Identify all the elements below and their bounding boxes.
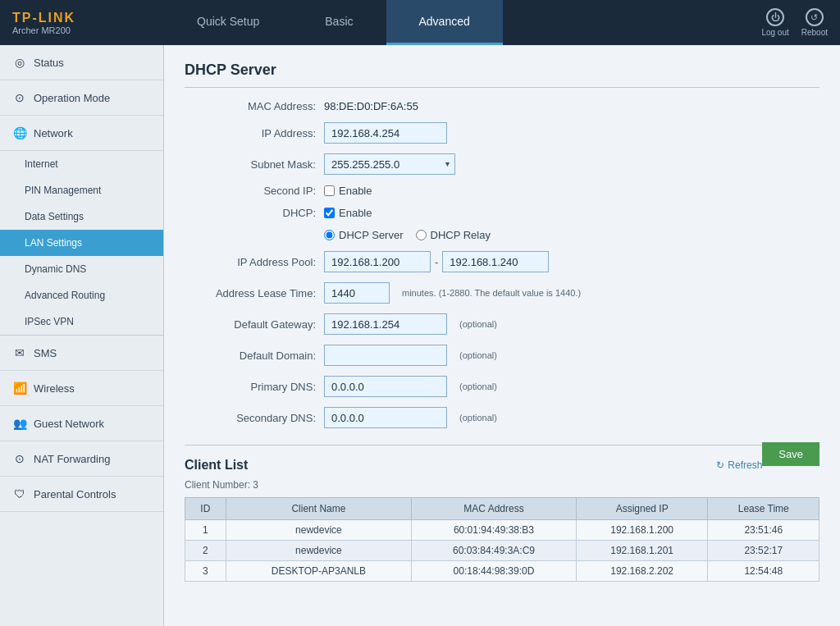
tab-advanced[interactable]: Advanced (386, 0, 503, 45)
sidebar: ◎ Status ⊙ Operation Mode 🌐 Network Inte… (0, 45, 164, 626)
secondary-dns-hint: (optional) (459, 413, 497, 423)
client-list-table: ID Client Name MAC Address Assigned IP L… (185, 497, 819, 582)
dhcp-mode-row: DHCP Server DHCP Relay (185, 229, 819, 241)
default-gateway-input[interactable] (324, 313, 447, 335)
client-count: Client Number: 3 (185, 479, 819, 491)
dhcp-row: DHCP: Enable (185, 207, 819, 219)
sms-icon: ✉ (12, 345, 27, 360)
default-domain-label: Default Domain: (185, 350, 316, 362)
table-row: 1newdevice60:01:94:49:38:B3192.168.1.200… (185, 520, 819, 541)
primary-dns-label: Primary DNS: (185, 381, 316, 393)
nat-forwarding-icon: ⊙ (12, 451, 27, 466)
subnet-mask-wrapper: 255.255.255.0 255.255.0.0 255.0.0.0 (324, 153, 455, 175)
dhcp-server-radio-text: DHCP Server (339, 229, 404, 241)
sidebar-item-status[interactable]: ◎ Status (0, 45, 163, 80)
logout-button[interactable]: ⏻ Log out (761, 8, 788, 37)
default-domain-hint: (optional) (459, 350, 497, 360)
tab-quick-setup[interactable]: Quick Setup (164, 0, 292, 45)
sidebar-item-nat-forwarding-label: NAT Forwarding (34, 453, 110, 465)
default-gateway-row: Default Gateway: (optional) (185, 313, 819, 335)
dhcp-checkbox[interactable] (324, 208, 335, 218)
reboot-icon: ↺ (806, 8, 824, 26)
dhcp-server-radio-label: DHCP Server (324, 229, 404, 241)
mac-address-label: MAC Address: (185, 100, 316, 112)
mac-address-value: 98:DE:D0:DF:6A:55 (324, 100, 418, 112)
refresh-button[interactable]: ↻ Refresh (716, 459, 762, 471)
table-cell-mac: 60:03:84:49:3A:C9 (412, 541, 577, 561)
sidebar-item-pin-management[interactable]: PIN Management (0, 177, 163, 203)
ip-pool-end-input[interactable] (442, 251, 549, 272)
header: TP-LINK Archer MR200 Quick Setup Basic A… (0, 0, 840, 45)
sidebar-item-lan-settings-label: LAN Settings (25, 237, 82, 249)
dhcp-relay-radio[interactable] (416, 230, 427, 240)
parental-controls-icon: 🛡 (12, 487, 27, 501)
sidebar-item-parental-controls[interactable]: 🛡 Parental Controls (0, 477, 163, 512)
sidebar-item-data-settings[interactable]: Data Settings (0, 203, 163, 230)
default-domain-row: Default Domain: (optional) (185, 345, 819, 366)
sidebar-item-network[interactable]: 🌐 Network (0, 116, 163, 151)
ip-address-label: IP Address: (185, 127, 316, 139)
ip-pool-label: IP Address Pool: (185, 256, 316, 268)
table-cell-id: 3 (185, 561, 226, 582)
table-cell-name: newdevice (226, 541, 411, 561)
logout-label: Log out (761, 28, 788, 37)
lease-time-hint: minutes. (1-2880. The default value is 1… (402, 288, 581, 298)
subnet-mask-select[interactable]: 255.255.255.0 255.255.0.0 255.0.0.0 (324, 153, 455, 175)
col-id: ID (185, 498, 226, 520)
col-mac-address: MAC Address (412, 498, 577, 520)
default-gateway-hint: (optional) (459, 319, 497, 329)
sidebar-item-wireless-label: Wireless (34, 382, 75, 395)
save-button[interactable]: Save (762, 442, 819, 466)
sidebar-item-dynamic-dns[interactable]: Dynamic DNS (0, 256, 163, 282)
ip-pool-row: IP Address Pool: - (185, 251, 819, 272)
ip-address-input[interactable] (324, 122, 447, 144)
operation-mode-icon: ⊙ (12, 90, 27, 105)
second-ip-label: Second IP: (185, 185, 316, 197)
sidebar-item-internet[interactable]: Internet (0, 151, 163, 177)
sidebar-item-internet-label: Internet (25, 158, 58, 170)
col-client-name: Client Name (226, 498, 411, 520)
brand-section: TP-LINK Archer MR200 (0, 0, 164, 45)
ip-pool-inputs: - (324, 251, 549, 272)
sidebar-item-data-settings-label: Data Settings (25, 211, 84, 222)
table-cell-lease: 23:51:46 (708, 520, 819, 541)
refresh-icon: ↻ (716, 459, 724, 471)
client-list-body: 1newdevice60:01:94:49:38:B3192.168.1.200… (185, 520, 819, 582)
secondary-dns-input[interactable] (324, 407, 447, 428)
sidebar-item-advanced-routing[interactable]: Advanced Routing (0, 282, 163, 308)
sidebar-item-lan-settings[interactable]: LAN Settings (0, 230, 163, 256)
reboot-button[interactable]: ↺ Reboot (801, 8, 828, 37)
sidebar-item-sms-label: SMS (34, 347, 57, 359)
table-cell-mac: 60:01:94:49:38:B3 (412, 520, 577, 541)
tab-basic[interactable]: Basic (292, 0, 386, 45)
table-cell-lease: 23:52:17 (708, 541, 819, 561)
ip-pool-start-input[interactable] (324, 251, 431, 272)
table-cell-ip: 192.168.2.202 (576, 561, 708, 582)
lease-time-input[interactable] (324, 282, 390, 304)
table-header-row: ID Client Name MAC Address Assigned IP L… (185, 498, 819, 520)
network-icon: 🌐 (12, 126, 27, 140)
table-cell-lease: 12:54:48 (708, 561, 819, 582)
dhcp-label: DHCP: (185, 207, 316, 219)
dhcp-server-radio[interactable] (324, 230, 335, 240)
sidebar-item-sms[interactable]: ✉ SMS (0, 336, 163, 371)
subnet-mask-label: Subnet Mask: (185, 158, 316, 171)
lease-time-row: Address Lease Time: minutes. (1-2880. Th… (185, 282, 819, 304)
table-cell-name: DESKTOP-AP3ANLB (226, 561, 411, 582)
content-area: DHCP Server MAC Address: 98:DE:D0:DF:6A:… (164, 45, 840, 626)
second-ip-checkbox-label: Enable (324, 185, 372, 197)
primary-dns-input[interactable] (324, 376, 447, 397)
sidebar-item-ipsec-vpn[interactable]: IPSec VPN (0, 308, 163, 335)
sidebar-item-operation-mode[interactable]: ⊙ Operation Mode (0, 80, 163, 116)
sidebar-item-wireless[interactable]: 📶 Wireless (0, 371, 163, 406)
table-row: 2newdevice60:03:84:49:3A:C9192.168.1.201… (185, 541, 819, 561)
sidebar-item-nat-forwarding[interactable]: ⊙ NAT Forwarding (0, 441, 163, 477)
second-ip-checkbox[interactable] (324, 185, 335, 196)
primary-dns-row: Primary DNS: (optional) (185, 376, 819, 397)
page-title: DHCP Server (185, 62, 819, 88)
sidebar-item-guest-network[interactable]: 👥 Guest Network (0, 406, 163, 441)
default-domain-input[interactable] (324, 345, 447, 366)
default-gateway-label: Default Gateway: (185, 318, 316, 331)
status-icon: ◎ (12, 55, 27, 70)
client-list-header: Client List ↻ Refresh (185, 458, 762, 473)
